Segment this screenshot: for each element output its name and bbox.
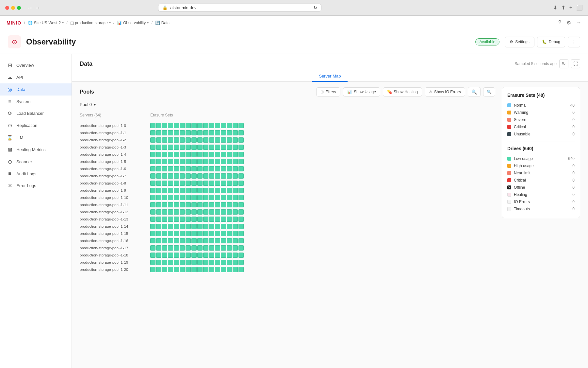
erasure-set-cell[interactable] [197,267,203,272]
erasure-set-cell[interactable] [186,152,191,157]
erasure-set-cell[interactable] [162,181,167,186]
erasure-set-cell[interactable] [221,159,226,164]
erasure-set-cell[interactable] [197,231,203,236]
erasure-set-cell[interactable] [168,238,173,243]
erasure-set-cell[interactable] [209,202,214,207]
erasure-set-cell[interactable] [162,173,167,179]
erasure-set-cell[interactable] [174,260,179,265]
erasure-set-cell[interactable] [215,145,220,150]
erasure-set-cell[interactable] [197,123,203,128]
erasure-set-cell[interactable] [227,195,232,200]
erasure-set-cell[interactable] [186,195,191,200]
erasure-set-cell[interactable] [156,195,161,200]
erasure-set-cell[interactable] [227,260,232,265]
erasure-set-cell[interactable] [150,173,155,179]
erasure-set-cell[interactable] [180,173,185,179]
erasure-set-cell[interactable] [186,188,191,193]
erasure-set-cell[interactable] [174,253,179,258]
erasure-set-cell[interactable] [150,209,155,215]
erasure-set-cell[interactable] [168,152,173,157]
erasure-set-cell[interactable] [233,195,238,200]
erasure-set-cell[interactable] [180,137,185,143]
erasure-set-cell[interactable] [174,123,179,128]
erasure-set-cell[interactable] [233,209,238,215]
erasure-set-cell[interactable] [168,137,173,143]
erasure-set-cell[interactable] [168,253,173,258]
zoom-out-button[interactable]: 🔍 [483,87,495,96]
erasure-set-cell[interactable] [197,253,203,258]
erasure-set-cell[interactable] [174,267,179,272]
breadcrumb-storage[interactable]: ◫ production-storage ▾ [70,21,111,25]
erasure-set-cell[interactable] [150,245,155,251]
tab-server-map[interactable]: Server Map [312,71,347,82]
erasure-set-cell[interactable] [197,260,203,265]
erasure-set-cell[interactable] [233,123,238,128]
erasure-set-cell[interactable] [191,238,197,243]
erasure-set-cell[interactable] [150,195,155,200]
erasure-set-cell[interactable] [150,159,155,164]
erasure-set-cell[interactable] [238,224,244,229]
erasure-set-cell[interactable] [191,224,197,229]
erasure-set-cell[interactable] [197,166,203,171]
erasure-set-cell[interactable] [233,224,238,229]
erasure-set-cell[interactable] [221,224,226,229]
erasure-set-cell[interactable] [197,181,203,186]
erasure-set-cell[interactable] [150,202,155,207]
erasure-set-cell[interactable] [186,217,191,222]
erasure-set-cell[interactable] [209,145,214,150]
erasure-set-cell[interactable] [238,202,244,207]
erasure-set-cell[interactable] [215,231,220,236]
erasure-set-cell[interactable] [180,209,185,215]
erasure-set-cell[interactable] [197,130,203,135]
erasure-set-cell[interactable] [227,245,232,251]
erasure-set-cell[interactable] [156,224,161,229]
erasure-set-cell[interactable] [203,123,208,128]
erasure-set-cell[interactable] [162,145,167,150]
erasure-set-cell[interactable] [162,159,167,164]
show-healing-button[interactable]: 💊 Show Healing [383,87,422,96]
erasure-set-cell[interactable] [186,166,191,171]
erasure-set-cell[interactable] [191,267,197,272]
erasure-set-cell[interactable] [156,231,161,236]
sidebar-item-load-balancer[interactable]: ⟳ Load Balancer [0,107,72,119]
reload-icon[interactable]: ↻ [314,5,317,10]
erasure-set-cell[interactable] [215,217,220,222]
erasure-set-cell[interactable] [186,145,191,150]
erasure-set-cell[interactable] [221,145,226,150]
erasure-set-cell[interactable] [215,245,220,251]
erasure-set-cell[interactable] [150,145,155,150]
erasure-set-cell[interactable] [156,159,161,164]
erasure-set-cell[interactable] [168,231,173,236]
erasure-set-cell[interactable] [197,152,203,157]
erasure-set-cell[interactable] [180,202,185,207]
erasure-set-cell[interactable] [174,195,179,200]
erasure-set-cell[interactable] [233,238,238,243]
erasure-set-cell[interactable] [180,145,185,150]
erasure-set-cell[interactable] [227,209,232,215]
erasure-set-cell[interactable] [150,267,155,272]
erasure-set-cell[interactable] [227,152,232,157]
erasure-set-cell[interactable] [233,159,238,164]
erasure-set-cell[interactable] [180,253,185,258]
erasure-set-cell[interactable] [162,202,167,207]
erasure-set-cell[interactable] [191,123,197,128]
sidebar-item-overview[interactable]: ⊞ Overview [0,59,72,71]
erasure-set-cell[interactable] [162,260,167,265]
erasure-set-cell[interactable] [168,159,173,164]
erasure-set-cell[interactable] [191,209,197,215]
erasure-set-cell[interactable] [215,159,220,164]
erasure-set-cell[interactable] [221,166,226,171]
show-usage-button[interactable]: 📊 Show Usage [343,87,380,96]
erasure-set-cell[interactable] [203,224,208,229]
forward-button[interactable]: → [35,5,41,11]
sidebar-item-error-logs[interactable]: ✕ Error Logs [0,180,72,192]
erasure-set-cell[interactable] [180,224,185,229]
sidebar-item-healing-metrics[interactable]: ⊠ Healing Metrics [0,144,72,156]
erasure-set-cell[interactable] [186,260,191,265]
breadcrumb-site[interactable]: 🌐 Site US-West-2 ▾ [28,21,64,25]
erasure-set-cell[interactable] [180,245,185,251]
erasure-set-cell[interactable] [150,260,155,265]
erasure-set-cell[interactable] [227,137,232,143]
erasure-set-cell[interactable] [186,224,191,229]
erasure-set-cell[interactable] [233,173,238,179]
